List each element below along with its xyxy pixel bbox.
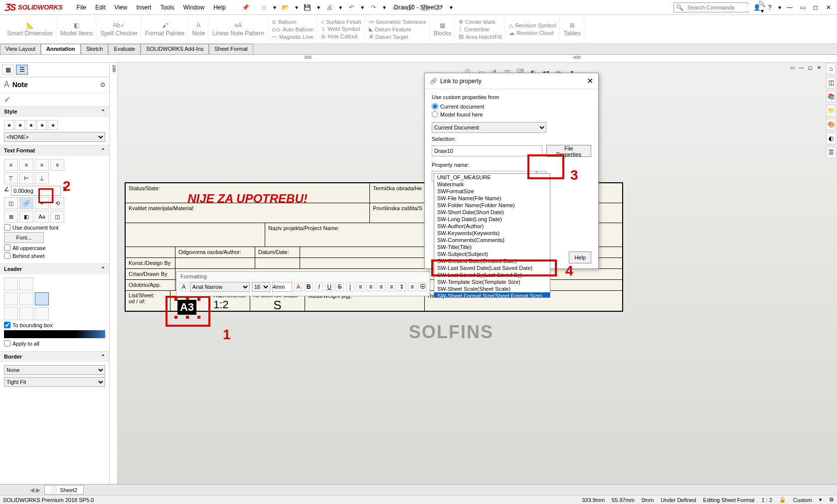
home-icon[interactable]: ⌂ <box>258 2 269 12</box>
ribbon-datum-target[interactable]: ⊕Datum Target <box>369 33 426 40</box>
ribbon-area-hatch[interactable]: ▨Area Hatch/Fill <box>459 33 502 40</box>
help-button[interactable]: Help <box>569 252 591 263</box>
leader-btn-3[interactable] <box>4 292 18 305</box>
align-left-btn[interactable]: ≡ <box>356 282 365 291</box>
style-icon-4[interactable]: ★ <box>37 120 47 130</box>
underline-button[interactable]: U <box>325 282 334 291</box>
selection-input[interactable] <box>432 145 542 156</box>
color-button[interactable]: A <box>294 282 303 291</box>
status-lock-icon[interactable]: 🔒 <box>779 497 786 503</box>
restore-button[interactable]: ▭ <box>798 3 807 12</box>
child-restore-icon[interactable]: ▭ <box>788 64 796 71</box>
tab-evaluate[interactable]: Evaluate <box>108 44 141 54</box>
tab-view-layout[interactable]: View Layout <box>0 44 41 54</box>
pm-tab-feature[interactable]: ▦ <box>2 65 14 75</box>
prop-list-item[interactable]: SW-Keywords(Keywords) <box>434 230 550 237</box>
close-button[interactable]: ✕ <box>824 3 833 12</box>
tab-sheet-format[interactable]: Sheet Format <box>209 44 253 54</box>
leader-btn-8[interactable] <box>35 307 49 320</box>
align-right-btn[interactable]: ≡ <box>377 282 385 291</box>
search-commands[interactable]: 🔍 🔍▾ <box>673 2 748 12</box>
tab-annotation[interactable]: Annotation <box>41 44 81 54</box>
valign-bot-button[interactable]: ⊥ <box>35 172 49 184</box>
font-family-select[interactable]: Arial Narrow <box>190 282 250 292</box>
font-size-select[interactable]: 16 <box>252 282 270 292</box>
ribbon-balloon[interactable]: ⊙Balloon <box>272 19 314 25</box>
numbering-btn[interactable]: ≡ <box>408 282 416 291</box>
tf-btn-8[interactable]: ◫ <box>50 211 64 223</box>
justify-btn[interactable]: ≡ <box>387 282 396 291</box>
menu-window[interactable]: Window <box>183 4 204 11</box>
ribbon-note[interactable]: ANote <box>189 17 208 41</box>
style-icon-1[interactable]: ★ <box>4 120 14 130</box>
ribbon-weld-symbol[interactable]: ⤹Weld Symbol <box>321 26 361 32</box>
tab-nav-icons[interactable]: ◀ ▶ <box>30 487 40 494</box>
tf-btn-7[interactable]: Aa <box>35 211 49 223</box>
prop-list-item[interactable]: SW-Short Date(Short Date) <box>434 209 550 216</box>
menu-tools[interactable]: Tools <box>160 4 174 11</box>
current-doc-radio[interactable] <box>432 103 438 110</box>
prop-list-item[interactable]: SW-Long Date(Long Date) <box>434 216 550 223</box>
font-button[interactable]: Font... <box>4 232 44 243</box>
prop-list-item[interactable]: SW-Sheet Format Size(Sheet Format Size) <box>434 292 550 298</box>
menu-view[interactable]: View <box>115 4 128 11</box>
valign-top-button[interactable]: ⊤ <box>4 172 18 184</box>
prop-list-item[interactable]: SW-Comments(Comments) <box>434 237 550 244</box>
rail-cube-icon[interactable]: ◫ <box>826 77 836 89</box>
rail-home-icon[interactable]: ⌂ <box>826 63 836 75</box>
strike-button[interactable]: S <box>335 282 344 291</box>
dialog-close-button[interactable]: ✕ <box>587 76 593 86</box>
use-doc-font-checkbox[interactable] <box>4 224 10 231</box>
ribbon-spell-checker[interactable]: Ab✓Spell Checker <box>97 17 141 41</box>
style-icon-2[interactable]: ★ <box>15 120 25 130</box>
user-icon[interactable]: 👤 <box>752 3 761 12</box>
ribbon-auto-balloon[interactable]: ⊙⊙Auto Balloon <box>272 26 314 33</box>
prop-list-item[interactable]: SW-Author(Author) <box>434 223 550 230</box>
leader-btn-1[interactable] <box>4 277 18 290</box>
leader-btn-7[interactable] <box>19 307 33 320</box>
child-min-icon[interactable]: — <box>797 64 805 71</box>
tf-btn-6[interactable]: ◧ <box>19 211 33 223</box>
pm-leader-header[interactable]: Leader⌃ <box>0 264 109 274</box>
tf-btn-link[interactable]: 🔗 <box>19 197 33 209</box>
ribbon-geo-tol[interactable]: ▭Geometric Tolerance <box>369 18 426 25</box>
ribbon-model-items[interactable]: ◧Model Items <box>57 17 96 41</box>
status-custom[interactable]: Custom <box>793 497 812 503</box>
align-justify-button[interactable]: ≡ <box>50 159 64 171</box>
search-input[interactable] <box>685 4 758 10</box>
prop-list-item[interactable]: SW-Title(Title) <box>434 244 550 251</box>
ribbon-blocks[interactable]: ▦Blocks <box>431 17 455 41</box>
ribbon-tables[interactable]: ⊞Tables <box>560 17 584 41</box>
prop-list-item[interactable]: SW-Subject(Subject) <box>434 251 550 257</box>
pin-icon[interactable]: 📌 <box>242 4 249 11</box>
tf-btn-1[interactable]: ◫ <box>4 197 18 209</box>
rail-palette-icon[interactable]: 🎨 <box>826 119 836 130</box>
spacing-input[interactable] <box>272 282 292 292</box>
ribbon-datum-feature[interactable]: ◣Datum Feature <box>369 26 426 32</box>
bullets-btn[interactable]: ⦿ <box>418 282 427 291</box>
tf-btn-5[interactable]: ⊞ <box>4 211 18 223</box>
undo-icon[interactable]: ↶ <box>346 2 357 12</box>
pm-pin-icon[interactable]: ⊙ <box>100 81 105 88</box>
child-close-icon[interactable]: ✕ <box>815 64 823 71</box>
pm-tf-header[interactable]: Text Format⌃ <box>0 145 109 156</box>
save-icon[interactable]: 💾 <box>302 2 313 12</box>
ribbon-rev-symbol[interactable]: △Revision Symbol <box>509 22 556 29</box>
spacing-btn[interactable]: ⇕ <box>398 282 406 291</box>
align-center-btn[interactable]: ≡ <box>366 282 375 291</box>
help-icon[interactable]: ? <box>765 3 774 12</box>
pm-style-header[interactable]: Style⌃ <box>0 107 109 117</box>
minimize-button[interactable]: — <box>785 3 794 12</box>
status-scale[interactable]: 1 : 2 <box>762 497 772 503</box>
menu-insert[interactable]: Insert <box>136 4 151 11</box>
prop-list-item[interactable]: Watermark <box>434 181 550 188</box>
status-gear-icon[interactable]: ⚙ <box>829 497 834 503</box>
menu-edit[interactable]: Edit <box>95 4 106 11</box>
prop-list-item[interactable]: SW-Sheet Scale(Sheet Scale) <box>434 285 550 292</box>
style-select[interactable]: <NONE> <box>4 132 105 142</box>
child-max-icon[interactable]: ◻ <box>806 64 814 71</box>
menu-file[interactable]: File <box>77 4 86 11</box>
rail-explorer-icon[interactable]: 📁 <box>826 105 836 117</box>
align-right-button[interactable]: ≡ <box>35 159 49 171</box>
ribbon-format-painter[interactable]: 🖌Format Painter <box>142 17 188 41</box>
